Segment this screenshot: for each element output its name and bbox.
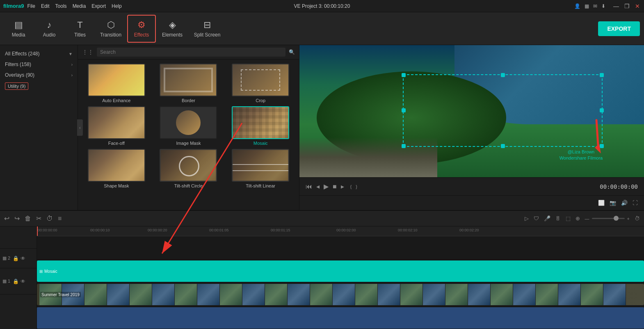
tiltshift-line2 [233,170,288,171]
keyframe-btn[interactable]: ⏱ [46,215,53,222]
lock-icon-1[interactable]: 🔒 [13,279,19,284]
effect-mosaic[interactable]: Mosaic [226,106,295,146]
audio-btn[interactable]: ≡ [58,215,62,222]
main-toolbar: ▤ Media ♪ Audio T Titles ⬡ Transition ⚙ … [0,12,644,45]
toolbar-elements[interactable]: ◈ Elements [158,15,187,43]
toolbar-titles[interactable]: T Titles [66,15,94,43]
play-btn[interactable]: ▶ [324,183,329,190]
effect-face-off[interactable]: Face-off [82,106,151,146]
menu-tools[interactable]: Tools [55,3,67,9]
minimize-btn[interactable]: — [613,3,619,9]
menu-export[interactable]: Export [91,3,106,9]
eye-icon-2[interactable]: 👁 [21,256,25,261]
film-frame-26 [603,284,626,305]
prev-frame-btn[interactable]: ◂ [316,183,320,190]
effect-border[interactable]: Border [154,64,223,103]
crop-frame [241,69,280,91]
effect-label-face-off: Face-off [108,141,125,146]
transition-label: Transition [100,32,121,38]
zoom-slider[interactable] [592,218,625,219]
skip-back-btn[interactable]: ⏮ [306,183,312,190]
effect-shape-mask[interactable]: Shape Mask [82,149,151,188]
menu-file[interactable]: File [27,3,35,9]
effect-tiltshift-circle[interactable]: Tilt-shift Circle [154,149,223,188]
toolbar-audio[interactable]: ♪ Audio [35,15,64,43]
delete-btn[interactable]: 🗑 [25,215,31,222]
audio-icon: ♪ [47,20,52,30]
search-icon[interactable]: 🔍 [289,49,295,55]
film-frame-14 [333,284,355,305]
effect-thumb-crop [232,64,289,96]
eye-icon-1[interactable]: 👁 [21,279,25,284]
transition-icon: ⬡ [107,20,115,30]
preview-panel: @Liza Brown Wondershare Filmora ⏮ ◂ ▶ ■ … [299,45,644,210]
playhead[interactable] [37,226,38,236]
film-strip [39,284,626,305]
download-icon[interactable]: ⬇ [601,3,605,9]
ruler-mark-3: 00:00:01:05 [209,228,229,232]
timeline-ruler-area: ▦ 2 🔒 👁 ▦ 1 🔒 👁 00:00:00:00 [0,226,644,329]
title-bar: filmora9 File Edit Tools Media Export He… [0,0,644,12]
film-frame-3 [84,284,107,305]
next-frame-btn[interactable]: ▸ [341,183,344,190]
mic-btn[interactable]: 🎤 [544,215,550,222]
menu-edit[interactable]: Edit [41,3,50,9]
audio-mix-btn[interactable]: 🎚 [555,215,561,222]
close-btn[interactable]: ✕ [634,3,641,9]
grid-view-icon[interactable]: ⋮⋮ [82,49,94,55]
timeline-content: 00:00:00:00 00:00:00:10 00:00:00:20 00:0… [37,226,644,329]
main-content: All Effects (248) ▼ Filters (158) › Over… [0,45,644,210]
restore-btn[interactable]: ❐ [623,3,630,9]
sidebar-overlays[interactable]: Overlays (90) › [0,70,78,80]
layout-icon[interactable]: ▦ [585,3,589,9]
export-button[interactable]: EXPORT [598,21,640,36]
lock-icon-2[interactable]: 🔒 [13,256,19,261]
toolbar-media[interactable]: ▤ Media [4,15,33,43]
effect-label-tiltshift-linear: Tilt-shift Linear [246,183,275,188]
effects-grid: Auto Enhance Border [82,64,295,188]
mark-out-icon[interactable]: } [356,184,357,189]
redo-btn[interactable]: ↪ [14,215,20,222]
menu-media[interactable]: Media [73,3,86,9]
toolbar-effects[interactable]: ⚙ Effects [127,15,156,43]
screen-btn[interactable]: ⬜ [598,200,605,206]
effect-label-crop: Crop [256,98,265,103]
ruler-mark-0: 00:00:00:00 [38,228,57,232]
video-clip[interactable]: Summer Travel 2019 [37,284,644,305]
toolbar-splitscreen[interactable]: ⊟ Split Screen [189,15,226,43]
mail-icon[interactable]: ✉ [593,3,597,9]
sidebar-filters[interactable]: Filters (158) › [0,59,78,70]
menu-help[interactable]: Help [112,3,122,9]
volume-btn[interactable]: 🔊 [621,200,628,206]
account-icon[interactable]: 👤 [574,3,580,9]
sidebar-utility[interactable]: Utility (9) [0,80,78,92]
cut-btn[interactable]: ✂ [36,215,41,222]
zoom-handle[interactable] [614,216,619,221]
render-btn[interactable]: ▷ [525,215,529,222]
shield-btn[interactable]: 🛡 [534,215,539,222]
timecode-display: 00:00:00:00 [600,183,638,190]
pip-btn[interactable]: ⬚ [566,215,571,222]
undo-btn[interactable]: ↩ [4,215,9,222]
search-input[interactable] [97,48,285,57]
effect-auto-enhance[interactable]: Auto Enhance [82,64,151,103]
effect-image-mask[interactable]: Image Mask [154,106,223,146]
fullscreen-btn[interactable]: ⛶ [633,200,638,206]
toolbar-transition[interactable]: ⬡ Transition [96,15,125,43]
stop-btn[interactable]: ■ [333,183,337,190]
snapshot-btn[interactable]: 📷 [610,200,616,206]
film-frame-15 [355,284,378,305]
effect-tiltshift-linear[interactable]: Tilt-shift Linear [226,149,295,188]
film-frame-17 [400,284,423,305]
sidebar-all-effects[interactable]: All Effects (248) ▼ [0,48,78,59]
mosaic-clip[interactable]: ⊞ Mosaic [37,260,644,282]
fit-btn[interactable]: ⏱ [635,215,640,222]
effects-content-area: ⋮⋮ 🔍 Auto Enhance [78,45,299,210]
track-label-2: ▦ 2 🔒 👁 [0,249,37,268]
audio-clip[interactable] [37,307,644,329]
mark-in-icon[interactable]: { [350,184,352,189]
collapse-button[interactable]: ‹ [77,119,83,136]
mosaic-clip-label: Mosaic [44,269,57,274]
effect-crop[interactable]: Crop [226,64,295,103]
color-btn[interactable]: ⊕ [575,215,580,222]
